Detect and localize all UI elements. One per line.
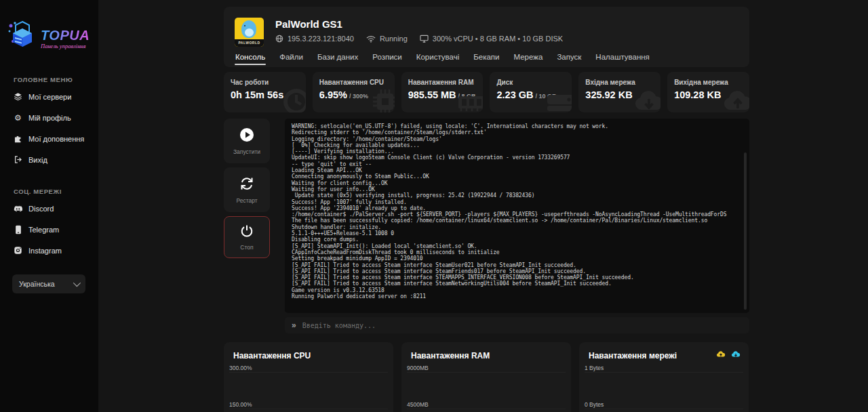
chevron-down-icon [73,279,81,287]
tab[interactable]: Налаштування [595,53,650,67]
console-line: Game version is v0.3.12.63518 [292,287,743,293]
chart-cpu: Навантаження CPU 300.00% 150.00% [224,342,393,412]
brand-cube-icon [7,19,38,53]
console-line: UpdateUI: skip show logoSteam Console Cl… [292,154,743,161]
server-name: PalWorld GS1 [275,18,563,30]
sidebar-item-servers[interactable]: Мої сервери [0,86,98,107]
chart-network: Навантаження мережі 1 Bytes 0 Bytes [579,342,749,412]
console-line: Success! App '1007' fully installed. [292,199,743,205]
sidebar-item-discord[interactable]: Discord [0,198,98,219]
sidebar-item-instagram[interactable]: Instagram [0,240,98,261]
sidebar-section-social: СОЦ. МЕРЕЖІ [14,188,98,195]
chart-ram: Навантаження RAM 9000MB 4500MB [401,342,571,412]
y-tick: 0 Bytes [585,401,604,408]
language-value: Українська [19,280,55,288]
stat-value: 109.28 KB [674,89,721,100]
sidebar: TOPUA Панель управління ГОЛОВНЕ МЕНЮ Мої… [0,0,98,412]
console-line: Update state (0x5) verifying install, pr… [292,192,743,199]
upload-legend-icon [716,350,726,358]
puzzle-icon [14,134,22,143]
monitor-icon [420,35,429,43]
console-line: Redirecting stderr to '/home/container/S… [292,129,743,136]
console-line: Waiting for user info...OK [292,186,743,192]
console-line: Logging directory: '/home/container/Stea… [292,136,743,142]
tab[interactable]: Файли [279,53,304,67]
sidebar-item-logout[interactable]: Вихід [0,149,98,170]
console-line: Waiting for client config...OK [292,180,743,186]
console-line: Loading Steam API...OK [292,167,743,173]
power-icon [240,224,254,240]
console-line: [----] Verifying installation... [292,148,743,154]
console-line: -- type 'quit' to exit -- [292,161,743,167]
discord-icon [14,204,22,213]
sidebar-item-label: Мій профіль [28,114,71,122]
y-tick: 4500MB [407,401,429,408]
stat-network-in: Вхідна мережа 325.92 KB [578,72,660,112]
tab[interactable]: Консоль [235,53,266,67]
sidebar-item-label: Discord [28,205,54,213]
tab[interactable]: Користувачі [416,53,460,67]
console-lines: WARNING: setlocale('en_US.UTF-8') failed… [292,123,743,300]
ukraine-flag-icon [77,20,91,28]
tab[interactable]: Запуск [556,53,582,67]
y-tick: 300.00% [229,365,252,371]
y-tick: 150.00% [229,401,252,408]
console-line: :/home/container$ ./PalServer.sh -port $… [292,211,743,218]
tab[interactable]: Бази даних [317,53,359,67]
console-output[interactable]: WARNING: setlocale('en_US.UTF-8') failed… [285,119,749,313]
console-line: Shutdown handler: initalize. [292,224,743,230]
console-line: [S_API FAIL] Tried to access Steam inter… [292,268,743,274]
stat-uptime: Час роботи 0h 15m 56s [224,72,306,112]
tab[interactable]: Мережа [513,53,544,67]
prompt-chevrons-icon: » [292,321,296,329]
sidebar-item-label: Telegram [28,226,59,234]
gears-icon: ⚙ [14,113,22,122]
console-line: [S_API FAIL] Tried to access Steam inter… [292,281,743,287]
sidebar-section-main: ГОЛОВНЕ МЕНЮ [14,76,98,83]
console-line: WARNING: setlocale('en_US.UTF-8') failed… [292,123,743,129]
stat-value: 325.92 KB [585,89,632,100]
stat-value: 2.23 GB [496,89,533,100]
sidebar-item-profile[interactable]: ⚙ Мій профіль [0,107,98,128]
stats-row: Час роботи 0h 15m 56s Навантаження CPU 6… [224,72,749,112]
stat-limit: / 300% [349,93,368,100]
brand-logo[interactable]: TOPUA Панель управління [0,9,98,58]
console-scrollbar[interactable] [744,152,747,310]
clock-icon [283,88,306,112]
sidebar-item-label: Вихід [28,156,47,164]
palworld-logo-text: PALWORLD [235,39,264,47]
console-line: CAppInfoCacheReadFromDiskThread took 0 m… [292,249,743,255]
hdd-icon [546,88,572,112]
start-button[interactable]: Запустити [224,119,270,163]
stat-disk: Диск 2.23 GB/ 10 GB [490,72,572,112]
instagram-icon [14,246,22,255]
cloud-upload-icon [722,88,749,112]
command-input[interactable] [302,322,743,329]
sidebar-item-addons[interactable]: Мої доповнення [0,128,98,149]
wifi-icon [366,35,376,43]
console-line: [S_API FAIL] Tried to access Steam inter… [292,274,743,281]
globe-icon [275,35,283,43]
console-line: Setting breakpad minidump AppID = 239401… [292,255,743,262]
tab[interactable]: Бекапи [473,53,500,67]
network-legend [716,350,741,358]
console-line: Running Palworld dedicated server on :82… [292,293,743,300]
stat-value: 985.55 MB [408,89,456,100]
sidebar-item-telegram[interactable]: Telegram [0,219,98,240]
console-line: [S_API FAIL] Tried to access Steam inter… [292,262,743,268]
panel-root: TOPUA Панель управління ГОЛОВНЕ МЕНЮ Мої… [0,0,868,412]
cloud-download-icon [633,88,660,112]
console-line: [S_API] SteamAPI_Init(): Loaded local 's… [292,243,743,249]
language-select[interactable]: Українська [12,274,85,293]
stop-button[interactable]: Стоп [224,216,270,258]
console-line: Disabling core dumps. [292,236,743,243]
sidebar-item-label: Мої доповнення [28,135,84,143]
server-address: 195.3.223.121:8040 [275,35,354,43]
restart-button[interactable]: Рестарт [224,167,270,212]
brand-name: TOPUA [41,28,90,42]
command-bar: » [285,317,749,333]
tab[interactable]: Розписи [372,53,403,67]
ram-icon [457,88,483,112]
console-line: 5.1.1-0+++UE5+Release-5.1 1008 0 [292,230,743,236]
server-resources: 300% vCPU • 8 GB RAM • 10 GB DISK [420,35,563,43]
